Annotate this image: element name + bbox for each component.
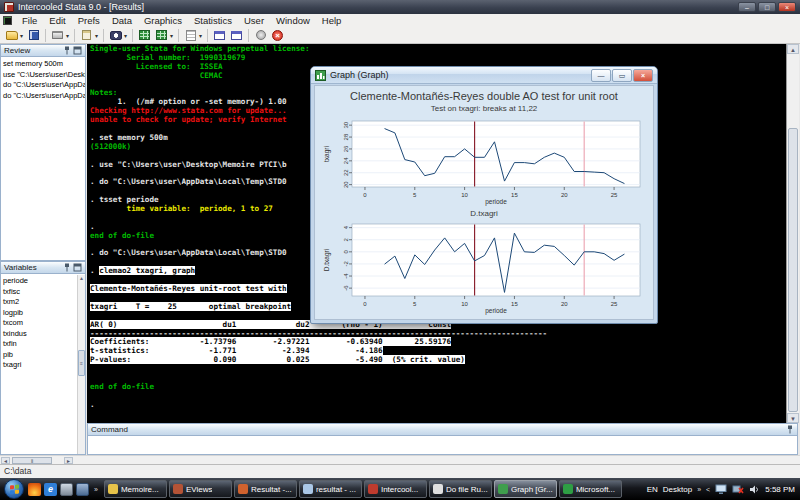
- log-dropdown-arrow[interactable]: ▾: [95, 32, 98, 39]
- open-icon[interactable]: [3, 28, 20, 43]
- variables-scrollbar[interactable]: ▲≡: [77, 275, 85, 454]
- variable-item[interactable]: txm2: [3, 297, 84, 308]
- taskbar-button-graph[interactable]: Graph [Gr...: [494, 480, 557, 498]
- display-tray-icon[interactable]: [715, 484, 727, 495]
- show-desktop-icon[interactable]: [60, 483, 73, 496]
- launcher-flame-icon[interactable]: [28, 483, 41, 496]
- scroll-up-arrow[interactable]: ▲: [787, 44, 799, 54]
- do-file-dropdown-arrow[interactable]: ▾: [199, 32, 202, 39]
- pin-icon[interactable]: [63, 263, 71, 272]
- tray-expand-icon[interactable]: <: [706, 486, 710, 493]
- variable-item[interactable]: txagri: [3, 360, 84, 371]
- minimize-button[interactable]: –: [738, 2, 756, 12]
- review-item[interactable]: set memory 500m: [3, 59, 84, 70]
- clock[interactable]: 5:58 PM: [765, 485, 795, 494]
- close-button[interactable]: ×: [778, 2, 796, 12]
- variable-item[interactable]: periode: [3, 276, 84, 287]
- browser-dropdown-arrow[interactable]: ▾: [170, 32, 173, 39]
- taskbar-button-document-orange[interactable]: Resultat -...: [234, 480, 297, 498]
- menu-statistics[interactable]: Statistics: [188, 14, 238, 27]
- undock-icon[interactable]: [73, 46, 82, 55]
- command-input[interactable]: [87, 436, 798, 455]
- menu-help[interactable]: Help: [316, 14, 348, 27]
- quick-launch-overflow-chevron[interactable]: »: [94, 486, 98, 493]
- viewer-dropdown-arrow[interactable]: ▾: [124, 32, 127, 39]
- desktop-toolbar-label[interactable]: Desktop: [663, 485, 692, 494]
- graph-window-titlebar[interactable]: Graph (Graph) — ▭ ×: [311, 67, 657, 84]
- taskbar-button-label: Memoire...: [121, 485, 159, 494]
- variables-panel-header[interactable]: Variables: [0, 261, 86, 274]
- viewer-icon[interactable]: [107, 28, 124, 43]
- taskbar-button-eviews[interactable]: EViews: [169, 480, 232, 498]
- svg-text:-2: -2: [343, 261, 349, 267]
- window-titlebar[interactable]: Intercooled Stata 9.0 - [Results] – □ ×: [0, 0, 800, 14]
- taskbar-button-folder-document[interactable]: Memoire...: [104, 480, 167, 498]
- variable-item[interactable]: txcom: [3, 318, 84, 329]
- svg-text:22: 22: [343, 169, 349, 176]
- language-indicator[interactable]: EN: [647, 485, 658, 494]
- horizontal-scrollbar[interactable]: ◄ ⦀ ►: [0, 455, 800, 464]
- bottom-chart-title: D.txagri: [315, 209, 653, 218]
- undock-icon[interactable]: [73, 263, 82, 272]
- clear-more-icon[interactable]: [252, 28, 269, 43]
- graph-restore-button[interactable]: ▭: [612, 69, 632, 82]
- data-browser-icon[interactable]: [153, 28, 170, 43]
- print-icon[interactable]: [49, 28, 66, 43]
- scrollbar-thumb[interactable]: ≡: [78, 350, 85, 376]
- command-panel: Command: [87, 423, 798, 455]
- save-icon[interactable]: [25, 28, 42, 43]
- pin-icon[interactable]: [63, 46, 71, 55]
- scroll-down-arrow[interactable]: ▼: [787, 413, 799, 423]
- do-file-editor-icon[interactable]: [182, 28, 199, 43]
- results-scrollbar[interactable]: ▲ ▼: [786, 44, 799, 423]
- scroll-right-arrow[interactable]: ►: [64, 457, 73, 464]
- break-icon[interactable]: ×: [269, 28, 286, 43]
- review-item[interactable]: use "C:\Users\user\Deskto: [3, 70, 84, 81]
- internet-explorer-icon[interactable]: e: [44, 483, 57, 496]
- volume-tray-icon[interactable]: [749, 484, 760, 495]
- review-item[interactable]: do "C:\Users\user\AppDat: [3, 91, 84, 102]
- variable-item[interactable]: txindus: [3, 329, 84, 340]
- stata-icon: [368, 484, 378, 494]
- console-line: end of do-file: [90, 383, 786, 392]
- menu-edit[interactable]: Edit: [43, 14, 71, 27]
- data-editor-icon[interactable]: [136, 28, 153, 43]
- scrollbar-thumb[interactable]: [788, 128, 798, 412]
- new-viewer-icon[interactable]: [211, 28, 228, 43]
- begin-log-icon[interactable]: [78, 28, 95, 43]
- network-error-tray-icon[interactable]: [732, 484, 744, 495]
- command-panel-header[interactable]: Command: [87, 423, 798, 436]
- maximize-button[interactable]: □: [758, 2, 776, 12]
- variable-item[interactable]: txfisc: [3, 287, 84, 298]
- taskbar-button-notepad[interactable]: resultat - ...: [299, 480, 362, 498]
- taskbar-button-do-file[interactable]: Do file Ru...: [429, 480, 492, 498]
- menu-window[interactable]: Window: [270, 14, 316, 27]
- variable-item[interactable]: logpib: [3, 308, 84, 319]
- menu-user[interactable]: User: [238, 14, 270, 27]
- graph-close-button[interactable]: ×: [633, 69, 653, 82]
- print-dropdown-arrow[interactable]: ▾: [66, 32, 69, 39]
- window-switcher-icon[interactable]: [76, 483, 89, 496]
- pin-icon[interactable]: [786, 425, 794, 434]
- graph-window-title: Graph (Graph): [330, 70, 389, 80]
- variable-item[interactable]: pib: [3, 350, 84, 361]
- menu-graphics[interactable]: Graphics: [138, 14, 188, 27]
- open-dropdown-arrow[interactable]: ▾: [20, 32, 23, 39]
- results-child-window-icon[interactable]: [3, 16, 12, 25]
- graph-minimize-button[interactable]: —: [591, 69, 611, 82]
- do-file-icon: [433, 484, 443, 494]
- taskbar-button-excel[interactable]: Microsoft...: [559, 480, 622, 498]
- start-button[interactable]: [4, 479, 24, 499]
- menu-prefs[interactable]: Prefs: [72, 14, 106, 27]
- menu-data[interactable]: Data: [106, 14, 138, 27]
- bring-to-front-icon[interactable]: [228, 28, 245, 43]
- toolbar-chevron-icon[interactable]: »: [697, 486, 701, 493]
- scroll-left-arrow[interactable]: ◄: [1, 457, 10, 464]
- menu-file[interactable]: File: [16, 14, 43, 27]
- variable-item[interactable]: txfin: [3, 339, 84, 350]
- review-panel-header[interactable]: Review: [0, 44, 86, 57]
- review-item[interactable]: do "C:\Users\user\AppDat: [3, 80, 84, 91]
- scrollbar-thumb[interactable]: ⦀: [12, 457, 52, 464]
- taskbar-button-stata[interactable]: Intercool...: [364, 480, 427, 498]
- window-icon: [214, 31, 225, 40]
